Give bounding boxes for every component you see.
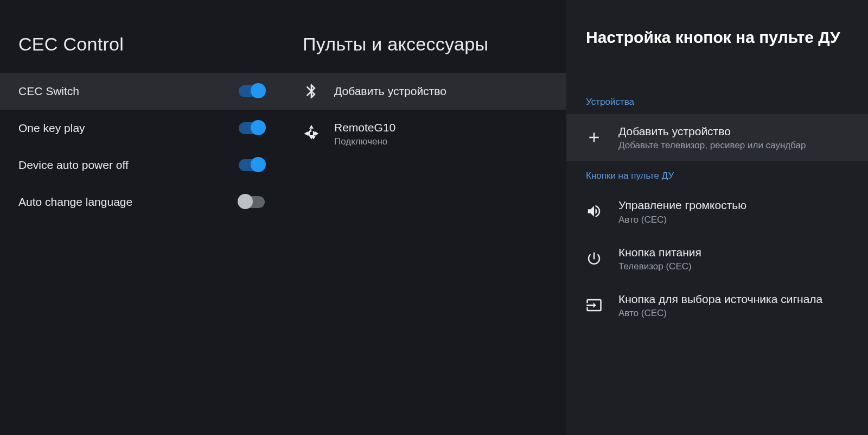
cec-switch-row[interactable]: CEC Switch xyxy=(0,73,283,110)
remote-buttons-section-label: Кнопки на пульте ДУ xyxy=(566,161,868,188)
add-device-row[interactable]: Добавить устройство xyxy=(283,73,566,110)
input-icon xyxy=(586,297,618,313)
device-auto-power-off-toggle[interactable] xyxy=(239,159,265,171)
add-device-setup-label: Добавить устройство xyxy=(618,124,848,138)
cec-control-header: CEC Control xyxy=(0,0,283,73)
volume-control-row[interactable]: Управление громкостью Авто (CEC) xyxy=(566,188,868,235)
devices-section-label: Устройства xyxy=(566,87,868,114)
add-device-label: Добавить устройство xyxy=(334,84,446,99)
svg-rect-4 xyxy=(310,132,312,135)
one-key-play-toggle[interactable] xyxy=(239,122,265,134)
remote-g10-status: Подключено xyxy=(334,136,395,147)
auto-change-language-row[interactable]: Auto change language xyxy=(0,184,283,220)
cec-switch-label: CEC Switch xyxy=(18,85,239,98)
plus-icon xyxy=(586,129,618,146)
remote-g10-row[interactable]: RemoteG10 Подключено xyxy=(283,110,566,157)
input-source-sub: Авто (CEC) xyxy=(618,308,848,319)
volume-icon xyxy=(586,203,618,219)
volume-control-label: Управление громкостью xyxy=(618,198,848,212)
device-auto-power-off-label: Device auto power off xyxy=(18,159,239,172)
power-icon xyxy=(586,250,618,267)
auto-change-language-toggle[interactable] xyxy=(239,196,265,208)
remotes-header: Пульты и аксессуары xyxy=(283,0,566,73)
one-key-play-label: One key play xyxy=(18,122,239,135)
remote-button-setup-panel: Настройка кнопок на пульте ДУ Устройства… xyxy=(566,0,868,435)
volume-control-sub: Авто (CEC) xyxy=(618,215,848,225)
remotes-accessories-panel: Пульты и аксессуары Добавить устройство … xyxy=(283,0,566,435)
remotes-title: Пульты и аксессуары xyxy=(303,34,566,55)
remote-g10-name: RemoteG10 xyxy=(334,120,395,135)
input-source-row[interactable]: Кнопка для выбора источника сигнала Авто… xyxy=(566,282,868,329)
auto-change-language-label: Auto change language xyxy=(18,196,239,209)
power-button-sub: Телевизор (CEC) xyxy=(618,261,848,272)
one-key-play-row[interactable]: One key play xyxy=(0,110,283,147)
device-auto-power-off-row[interactable]: Device auto power off xyxy=(0,147,283,184)
bluetooth-icon xyxy=(303,83,334,100)
add-device-setup-row[interactable]: Добавить устройство Добавьте телевизор, … xyxy=(566,114,868,161)
cec-control-title: CEC Control xyxy=(18,34,283,55)
gamepad-icon xyxy=(303,125,334,142)
remote-button-setup-title: Настройка кнопок на пульте ДУ xyxy=(586,27,840,48)
power-button-label: Кнопка питания xyxy=(618,245,848,260)
cec-switch-toggle[interactable] xyxy=(239,85,265,97)
input-source-label: Кнопка для выбора источника сигнала xyxy=(618,292,848,306)
cec-control-panel: CEC Control CEC Switch One key play Devi… xyxy=(0,0,283,435)
add-device-setup-sub: Добавьте телевизор, ресивер или саундбар xyxy=(618,140,848,151)
remote-button-setup-header: Настройка кнопок на пульте ДУ xyxy=(566,0,868,87)
power-button-row[interactable]: Кнопка питания Телевизор (CEC) xyxy=(566,235,868,282)
